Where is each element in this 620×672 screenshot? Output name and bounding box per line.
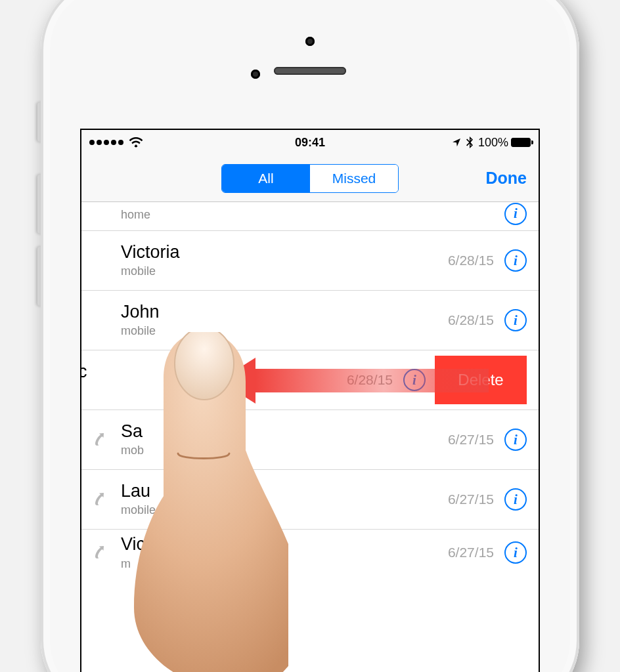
recents-list[interactable]: home i Victoria mobile 6/28/15 i <box>81 202 539 576</box>
delete-button[interactable]: Delete <box>435 356 527 404</box>
info-button[interactable]: i <box>504 309 527 331</box>
recents-filter-segmented-control: All Missed <box>221 164 399 193</box>
info-icon: i <box>514 253 518 269</box>
call-label: mobile <box>121 264 448 278</box>
info-button[interactable]: i <box>504 203 527 225</box>
call-date: 6/28/15 <box>448 312 494 328</box>
info-icon: i <box>514 312 518 329</box>
signal-strength-icon <box>89 140 123 145</box>
call-row[interactable]: home i <box>81 202 539 231</box>
segment-all[interactable]: All <box>222 165 310 192</box>
call-contact-name: Sa <box>121 422 448 442</box>
call-row[interactable]: Sa mob 6/27/15 i <box>81 410 539 470</box>
iphone-device: 09:41 100% All <box>41 0 579 672</box>
info-button[interactable]: i <box>504 541 527 564</box>
battery-percentage: 100% <box>478 136 508 150</box>
status-bar: 09:41 100% <box>81 130 539 155</box>
wifi-icon <box>129 137 143 148</box>
call-date: 6/27/15 <box>448 492 494 507</box>
call-date: 6/28/15 <box>448 253 494 268</box>
phone-screen: 09:41 100% All <box>80 129 540 672</box>
outgoing-call-icon <box>93 432 109 448</box>
proximity-sensor <box>251 70 260 79</box>
location-services-icon <box>452 138 461 147</box>
call-contact-name: Lau <box>121 482 448 501</box>
phone-frame: 09:41 100% All <box>41 0 579 672</box>
battery-icon <box>511 138 531 147</box>
info-icon: i <box>514 492 518 508</box>
call-row[interactable]: John mobile 6/28/15 i <box>81 291 539 350</box>
call-row[interactable]: Lau mobile 6/27/15 i <box>81 470 539 530</box>
info-button[interactable]: i <box>504 249 527 272</box>
call-row[interactable]: Victoria mobile 6/28/15 i <box>81 231 539 291</box>
bluetooth-icon <box>466 136 473 148</box>
call-label: m <box>121 557 448 571</box>
call-contact-name: John <box>121 303 448 322</box>
segment-missed[interactable]: Missed <box>310 165 398 192</box>
call-contact-name: oria Mc <box>81 362 347 382</box>
info-icon: i <box>514 432 518 448</box>
call-row-swiped[interactable]: oria Mc e 6/28/15 i Delete <box>81 350 539 410</box>
call-label: home <box>121 208 494 222</box>
info-icon: i <box>514 205 518 222</box>
done-button[interactable]: Done <box>486 169 527 188</box>
outgoing-call-icon <box>93 545 109 560</box>
status-time: 09:41 <box>295 136 325 150</box>
call-contact-name: Victoria <box>121 243 448 262</box>
call-label: e <box>81 384 347 398</box>
battery-indicator: 100% <box>478 136 531 150</box>
info-button[interactable]: i <box>403 369 426 391</box>
front-camera <box>305 37 315 46</box>
call-label: mob <box>121 444 448 457</box>
outgoing-call-icon <box>93 492 109 507</box>
info-icon: i <box>514 545 518 561</box>
info-icon: i <box>412 372 416 388</box>
info-button[interactable]: i <box>504 488 527 511</box>
navigation-bar: All Missed Done <box>81 155 539 202</box>
call-date: 6/28/15 <box>347 372 393 388</box>
call-contact-name: Victor <box>121 535 448 555</box>
earpiece-speaker <box>274 67 346 75</box>
call-row[interactable]: Victor m 6/27/15 i <box>81 530 539 576</box>
call-date: 6/27/15 <box>448 545 494 560</box>
info-button[interactable]: i <box>504 429 527 451</box>
call-label: mobile <box>121 503 448 517</box>
call-label: mobile <box>121 324 448 338</box>
call-date: 6/27/15 <box>448 432 494 448</box>
